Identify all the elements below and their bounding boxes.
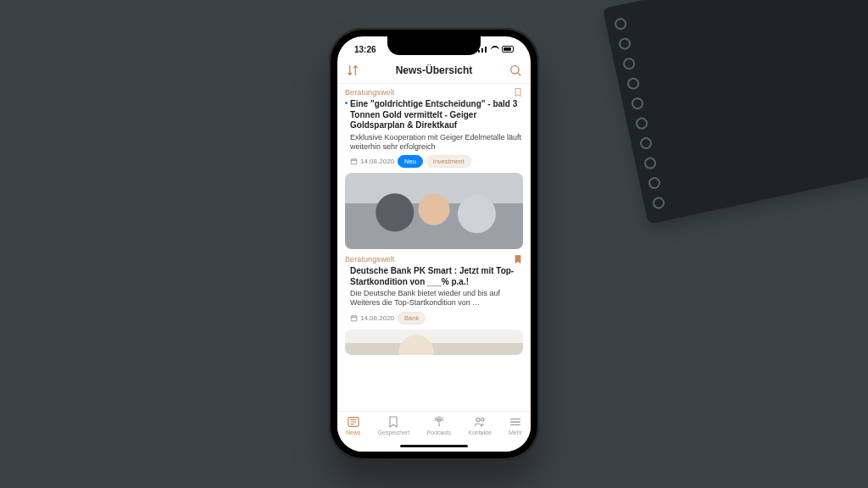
tab-label: Podcasts bbox=[426, 430, 451, 435]
svg-point-0 bbox=[511, 65, 519, 73]
card-headline: Deutsche Bank PK Smart : Jetzt mit Top-S… bbox=[345, 266, 523, 287]
tab-label: Gespeichert bbox=[378, 430, 410, 435]
prop-notebook bbox=[603, 0, 868, 225]
tab-podcasts[interactable]: Podcasts bbox=[426, 415, 451, 435]
news-list[interactable]: Beratungswelt Eine "goldrichtige Entsche… bbox=[337, 84, 531, 411]
card-image bbox=[345, 330, 523, 355]
bookmark-icon bbox=[387, 415, 400, 429]
search-icon[interactable] bbox=[509, 64, 522, 77]
unread-indicator bbox=[345, 102, 348, 104]
status-indicators bbox=[478, 46, 514, 53]
svg-rect-2 bbox=[351, 315, 357, 320]
status-time: 13:26 bbox=[354, 45, 376, 54]
menu-icon bbox=[509, 415, 522, 429]
tag-pill[interactable]: Bank bbox=[398, 312, 426, 324]
svg-point-6 bbox=[481, 419, 484, 421]
tab-label: Mehr bbox=[509, 430, 522, 435]
calendar-icon bbox=[350, 158, 358, 165]
card-excerpt: Die Deutsche Bank bietet wieder und bis … bbox=[345, 289, 523, 308]
svg-rect-1 bbox=[351, 159, 357, 164]
bookmark-icon[interactable] bbox=[513, 254, 523, 264]
card-category-row: Beratungswelt bbox=[345, 87, 523, 97]
tab-label: Kontakte bbox=[468, 430, 492, 435]
card-category-row: Beratungswelt bbox=[345, 254, 523, 264]
card-excerpt: Exklusive Kooperation mit Geiger Edelmet… bbox=[345, 133, 523, 152]
tag-pill[interactable]: Investment bbox=[426, 155, 471, 168]
tab-news[interactable]: News bbox=[346, 415, 361, 435]
calendar-icon bbox=[350, 314, 358, 322]
card-headline: Eine "goldrichtige Entscheidung" - bald … bbox=[345, 99, 523, 131]
tab-label: News bbox=[346, 430, 361, 435]
news-card[interactable]: Beratungswelt Deutsche Bank PK Smart : J… bbox=[345, 254, 523, 355]
card-image bbox=[345, 173, 523, 249]
svg-point-4 bbox=[437, 419, 440, 422]
battery-icon bbox=[502, 46, 514, 53]
phone-screen: 13:26 News-Übersicht bbox=[337, 36, 531, 452]
phone-notch bbox=[387, 36, 481, 55]
sort-icon[interactable] bbox=[346, 64, 359, 77]
svg-point-5 bbox=[476, 418, 480, 421]
card-meta: 14.08.2020 Neu Investment bbox=[345, 155, 523, 168]
home-indicator[interactable] bbox=[400, 445, 468, 447]
news-card[interactable]: Beratungswelt Eine "goldrichtige Entsche… bbox=[345, 87, 523, 249]
card-category: Beratungswelt bbox=[345, 255, 394, 263]
page-title: News-Übersicht bbox=[396, 64, 473, 76]
card-meta: 14.08.2020 Bank bbox=[345, 312, 523, 324]
phone-frame: 13:26 News-Übersicht bbox=[329, 28, 539, 460]
card-category: Beratungswelt bbox=[345, 88, 394, 97]
contacts-icon bbox=[473, 415, 487, 429]
tab-gespeichert[interactable]: Gespeichert bbox=[378, 415, 410, 435]
podcast-icon bbox=[432, 415, 446, 429]
wifi-icon bbox=[491, 46, 499, 53]
tab-kontakte[interactable]: Kontakte bbox=[468, 415, 492, 435]
card-date: 14.08.2020 bbox=[350, 314, 394, 322]
tab-mehr[interactable]: Mehr bbox=[509, 415, 522, 435]
bookmark-icon[interactable] bbox=[513, 87, 523, 97]
tag-pill[interactable]: Neu bbox=[398, 155, 423, 168]
newspaper-icon bbox=[347, 415, 360, 429]
nav-bar: News-Übersicht bbox=[337, 60, 531, 84]
card-date: 14.08.2020 bbox=[350, 158, 394, 165]
